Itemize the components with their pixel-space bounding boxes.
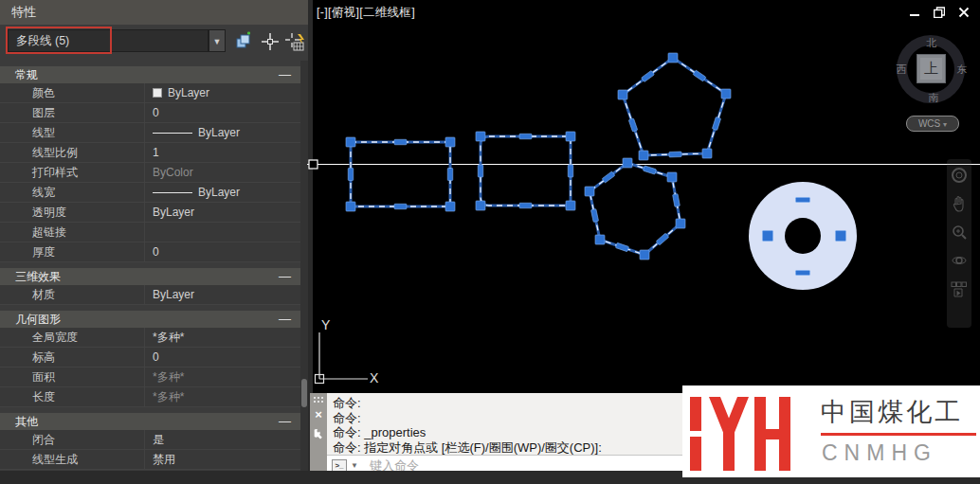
property-value-text: ByLayer <box>168 83 209 102</box>
command-window-titlebar[interactable]: × <box>310 393 327 475</box>
property-value[interactable]: ByLayer <box>144 203 300 222</box>
pentagon-vertex-grip[interactable] <box>618 90 627 99</box>
dropdown-arrow-icon[interactable]: ▼ <box>209 29 226 52</box>
zoom-icon[interactable] <box>951 224 968 241</box>
property-value[interactable]: ByLayer <box>144 123 300 142</box>
hexagon-midpoint-grip[interactable] <box>615 242 628 251</box>
pentagon-midpoint-grip[interactable] <box>712 117 720 130</box>
pentagon-vertex-grip[interactable] <box>668 53 678 63</box>
viewcube-north-label[interactable]: 北 <box>927 36 937 50</box>
rectangle-1-vertex-grip[interactable] <box>445 202 455 211</box>
property-value[interactable]: *多种* <box>144 387 300 406</box>
collapse-icon[interactable]: — <box>279 268 291 285</box>
donut-grip[interactable] <box>763 231 773 242</box>
section-header[interactable]: 几何图形— <box>0 311 300 328</box>
donut-grip[interactable] <box>796 198 810 203</box>
rectangle-2-midpoint-grip[interactable] <box>568 165 573 177</box>
palette-scrollbar[interactable] <box>300 61 308 471</box>
hexagon-vertex-grip[interactable] <box>585 187 594 196</box>
collapse-icon[interactable]: — <box>279 66 291 83</box>
rectangle-1-midpoint-grip[interactable] <box>447 169 453 181</box>
wcs-dropdown[interactable]: WCS ▾ <box>906 116 959 132</box>
rectangle-1-vertex-grip[interactable] <box>445 137 455 147</box>
pentagon-midpoint-grip[interactable] <box>628 118 637 132</box>
hexagon-vertex-grip[interactable] <box>595 235 605 244</box>
orbit-icon[interactable] <box>951 252 968 269</box>
property-value[interactable]: 0 <box>144 348 300 367</box>
command-close-icon[interactable]: × <box>310 407 327 421</box>
drawing-canvas[interactable]: YX <box>313 0 980 393</box>
palette-scrollbar-thumb[interactable] <box>301 379 307 407</box>
pentagon-vertex-grip[interactable] <box>721 89 731 99</box>
showmotion-icon[interactable] <box>951 280 968 297</box>
close-button[interactable] <box>954 5 973 19</box>
section-header[interactable]: 三维效果— <box>0 268 300 285</box>
object-type-dropdown[interactable]: 多段线 (5) <box>8 29 209 52</box>
rectangle-2-vertex-grip[interactable] <box>476 132 485 141</box>
pentagon-midpoint-grip[interactable] <box>669 152 681 157</box>
hexagon-midpoint-grip[interactable] <box>590 209 598 223</box>
viewcube-south-label[interactable]: 南 <box>929 91 939 105</box>
property-value[interactable]: 1 <box>144 143 300 162</box>
rectangle-1-midpoint-grip[interactable] <box>394 139 407 145</box>
rectangle-1-vertex-grip[interactable] <box>346 137 355 147</box>
rectangle-2-vertex-grip[interactable] <box>476 201 485 210</box>
viewcube-top-face[interactable]: 上 <box>916 54 946 83</box>
pentagon-vertex-grip[interactable] <box>702 149 712 158</box>
property-value[interactable]: ByLayer <box>144 285 300 304</box>
rectangle-2-midpoint-grip[interactable] <box>519 203 532 208</box>
rectangle-1-vertex-grip[interactable] <box>346 202 355 211</box>
hexagon-midpoint-grip[interactable] <box>673 194 681 207</box>
section-header[interactable]: 常规— <box>0 66 300 83</box>
property-value[interactable]: *多种* <box>144 367 300 386</box>
wrench-icon[interactable] <box>312 427 325 440</box>
donut-grip[interactable] <box>796 271 810 276</box>
rectangle-2-midpoint-grip[interactable] <box>478 165 483 177</box>
property-value[interactable] <box>144 223 300 242</box>
hexagon-vertex-grip[interactable] <box>623 158 632 168</box>
restore-button[interactable] <box>930 5 949 19</box>
property-value[interactable]: 0 <box>144 103 300 122</box>
property-value[interactable]: ByColor <box>144 163 300 182</box>
hexagon-vertex-grip[interactable] <box>667 172 677 182</box>
rectangle-2-vertex-grip[interactable] <box>566 132 575 141</box>
property-value[interactable]: ByLayer <box>144 83 300 102</box>
property-value[interactable]: 0 <box>144 242 300 261</box>
hexagon-midpoint-grip[interactable] <box>602 171 615 183</box>
cursor-pickbox[interactable] <box>309 160 318 169</box>
prompt-dropdown-icon[interactable]: ▼ <box>351 461 358 470</box>
minimize-button[interactable] <box>905 5 924 19</box>
property-value[interactable]: 禁用 <box>144 450 300 469</box>
rectangle-1-outline[interactable] <box>351 142 450 206</box>
rectangle-2-outline[interactable] <box>481 136 571 206</box>
viewcube-east-label[interactable]: 东 <box>957 63 968 77</box>
hexagon-vertex-grip[interactable] <box>676 219 685 228</box>
rectangle-1-midpoint-grip[interactable] <box>394 204 407 209</box>
pan-hand-icon[interactable] <box>951 195 968 212</box>
pentagon-midpoint-grip[interactable] <box>642 70 655 81</box>
pentagon-midpoint-grip[interactable] <box>693 70 706 81</box>
pentagon-vertex-grip[interactable] <box>639 151 648 160</box>
collapse-icon[interactable]: — <box>279 311 291 328</box>
rectangle-2-vertex-grip[interactable] <box>566 201 575 210</box>
hexagon-midpoint-grip[interactable] <box>656 233 668 245</box>
drag-handle-icon[interactable] <box>313 396 324 403</box>
select-objects-icon[interactable] <box>260 31 281 52</box>
collapse-icon[interactable]: — <box>279 413 291 430</box>
viewport-controls-label[interactable]: [-][俯视][二维线框] <box>317 5 415 21</box>
section-header[interactable]: 其他— <box>0 413 300 430</box>
toggle-pickadd-icon[interactable] <box>233 31 254 52</box>
rectangle-2-midpoint-grip[interactable] <box>519 134 532 139</box>
hexagon-vertex-grip[interactable] <box>640 250 649 260</box>
drawing-viewport[interactable]: YX [-][俯视][二维线框] 上 北 南 西 东 WCS ▾ <box>313 0 980 393</box>
rectangle-1-midpoint-grip[interactable] <box>348 169 354 181</box>
property-value[interactable]: *多种* <box>144 328 300 347</box>
donut-grip[interactable] <box>836 231 846 242</box>
navigation-wheel-icon[interactable] <box>951 167 968 184</box>
viewcube-west-label[interactable]: 西 <box>897 63 907 77</box>
property-value[interactable]: 是 <box>144 430 300 449</box>
property-value[interactable]: ByLayer <box>144 183 300 202</box>
quick-select-icon[interactable] <box>284 31 305 52</box>
hexagon-midpoint-grip[interactable] <box>643 166 656 174</box>
pentagon-outline[interactable] <box>623 58 726 155</box>
